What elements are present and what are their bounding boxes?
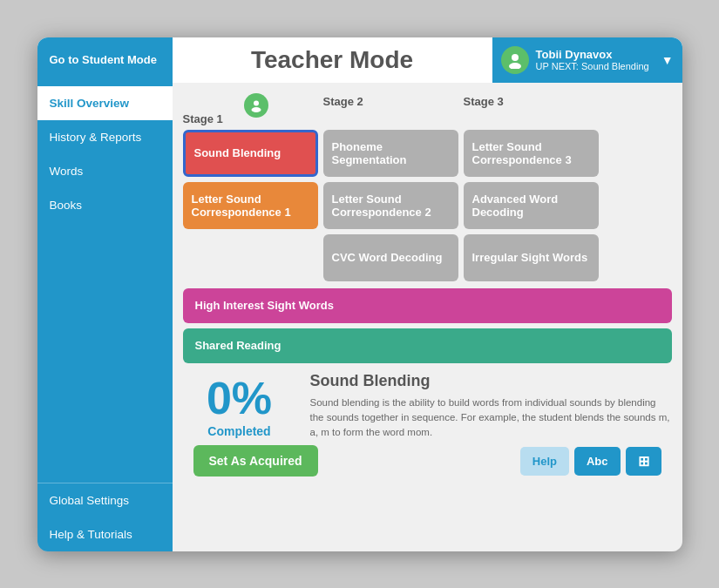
skills-grid: Sound Blending Letter Sound Corresponden… [183,130,672,281]
wide-cards-section: High Interest Sight Words Shared Reading [183,288,672,368]
description-title: Sound Blending [310,372,672,390]
skill-cvc-word-decoding[interactable]: CVC Word Decoding [323,234,458,281]
completion-label: Completed [207,424,270,438]
sidebar-item-history-reports[interactable]: History & Reports [37,120,173,154]
sidebar-item-help-tutorials[interactable]: Help & Tutorials [37,517,173,551]
bottom-toolbar: Set As Acquired Help Abc ⊞ [183,440,672,482]
stage1-column: Sound Blending Letter Sound Corresponden… [183,130,318,281]
avatar [501,46,529,74]
set-acquired-button[interactable]: Set As Acquired [193,445,318,476]
skill-shared-reading[interactable]: Shared Reading [183,328,672,363]
sidebar-item-books[interactable]: Books [37,188,173,222]
svg-point-1 [509,63,521,69]
user-next-label: UP NEXT: Sound Blending [536,61,649,71]
main-layout: Skill Overview History & Reports Words B… [37,83,682,551]
abc-button[interactable]: Abc [574,447,621,476]
content-area: Stage 1 Stage 2 Stage 3 Sound Blending L… [173,83,682,551]
skill-irregular-sight-words[interactable]: Irregular Sight Words [464,234,599,281]
completion-box: 0% Completed [183,372,296,438]
header: Go to Student Mode Teacher Mode Tobii Dy… [37,37,682,83]
sidebar: Skill Overview History & Reports Words B… [37,83,173,551]
skill-letter-sound-correspondence-1[interactable]: Letter Sound Correspondence 1 [183,182,318,229]
stage3-column: Letter Sound Correspondence 3 Advanced W… [464,130,599,281]
stage2-header-cell: Stage 2 [323,93,458,126]
toolbar-right: Help Abc ⊞ [520,447,661,476]
stage2-label: Stage 2 [323,95,363,108]
skill-sound-blending[interactable]: Sound Blending [183,130,318,177]
skill-advanced-word-decoding[interactable]: Advanced Word Decoding [464,182,599,229]
sidebar-item-global-settings[interactable]: Global Settings [37,483,173,517]
user-name: Tobii Dynavox [536,48,649,61]
svg-point-0 [512,54,519,61]
skill-high-interest-sight-words[interactable]: High Interest Sight Words [183,288,672,323]
read-button[interactable]: ⊞ [626,447,661,476]
stage3-header-cell: Stage 3 [464,93,599,126]
sidebar-item-skill-overview[interactable]: Skill Overview [37,86,173,120]
avatar-stage1 [244,93,268,118]
app-window: Go to Student Mode Teacher Mode Tobii Dy… [37,37,682,551]
user-info-area: Tobii Dynavox UP NEXT: Sound Blending ▼ [492,37,682,83]
description-box: Sound Blending Sound blending is the abi… [310,372,672,441]
completion-percent: 0% [207,372,272,424]
svg-point-3 [251,107,261,112]
description-text: Sound blending is the ability to build w… [310,395,672,441]
stage2-column: Phoneme Segmentation Letter Sound Corres… [323,130,458,281]
skill-letter-sound-correspondence-3[interactable]: Letter Sound Correspondence 3 [464,130,599,177]
bottom-section: 0% Completed Sound Blending Sound blendi… [183,372,672,441]
user-details: Tobii Dynavox UP NEXT: Sound Blending [536,48,649,71]
svg-point-2 [254,100,259,105]
help-button[interactable]: Help [520,447,569,476]
stage1-label: Stage 1 [183,112,223,125]
page-title: Teacher Mode [173,37,492,83]
skill-letter-sound-correspondence-2[interactable]: Letter Sound Correspondence 2 [323,182,458,229]
skill-phoneme-segmentation[interactable]: Phoneme Segmentation [323,130,458,177]
sidebar-spacer [37,222,173,483]
sidebar-item-words[interactable]: Words [37,154,173,188]
read-icon: ⊞ [638,454,649,469]
go-student-button[interactable]: Go to Student Mode [37,37,173,83]
user-dropdown-arrow[interactable]: ▼ [661,53,674,67]
sidebar-bottom: Global Settings Help & Tutorials [37,483,173,551]
stages-header-row: Stage 1 Stage 2 Stage 3 [183,91,672,126]
stage3-label: Stage 3 [464,95,504,108]
stage1-header-cell: Stage 1 [183,93,318,126]
